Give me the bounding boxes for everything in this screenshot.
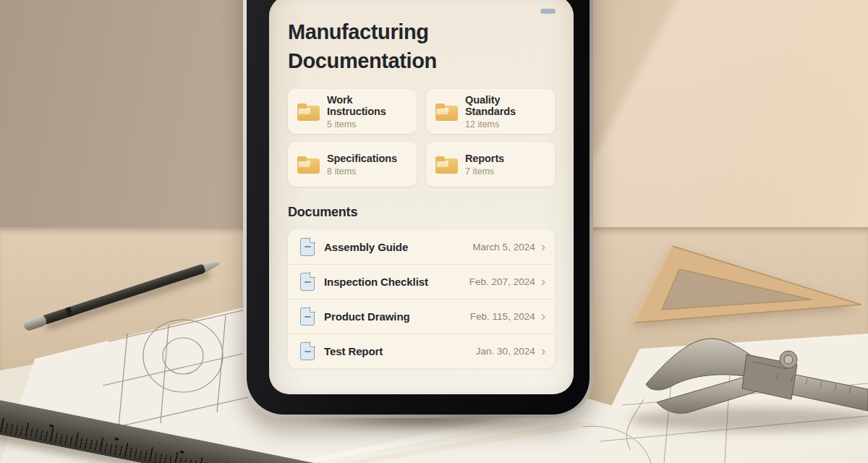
folder-card-reports[interactable]: Reports 7 items	[426, 142, 555, 187]
document-row-test-report[interactable]: Test Report Jan. 30, 2024 ›	[288, 334, 555, 368]
document-row-assembly-guide[interactable]: Assembly Guide March 5, 2024 ›	[288, 229, 555, 264]
folder-icon	[435, 103, 458, 121]
document-date: Jan. 30, 2024	[476, 346, 535, 357]
chevron-right-icon: ›	[541, 309, 545, 323]
document-title: Test Report	[324, 345, 476, 357]
folder-count: 7 items	[465, 166, 504, 177]
app-title: Manufacturing Documentation	[288, 17, 519, 75]
tablet-device: Manufacturing Documentation Work Instruc…	[243, 0, 593, 418]
document-icon	[300, 342, 315, 360]
app-content: Manufacturing Documentation Work Instruc…	[269, 0, 574, 394]
folder-name: Specifications	[327, 153, 397, 164]
folder-name: Reports	[465, 153, 504, 164]
folder-count: 8 items	[327, 166, 397, 177]
chevron-right-icon: ›	[541, 344, 545, 357]
document-icon	[300, 273, 315, 291]
folder-icon	[297, 103, 320, 121]
document-title: Product Drawing	[324, 310, 470, 323]
folder-name: Quality Standards	[465, 94, 549, 117]
pen-ring	[65, 307, 73, 318]
documents-section-header: Documents	[288, 205, 555, 220]
chevron-right-icon: ›	[541, 274, 545, 288]
folder-count: 12 items	[465, 119, 549, 129]
document-title: Inspection Checklist	[324, 276, 469, 288]
folder-name: Work Instructions	[327, 94, 411, 117]
document-icon	[300, 307, 315, 326]
folder-grid: Work Instructions 5 items Quality Standa…	[288, 89, 555, 187]
folder-icon	[435, 156, 458, 174]
folder-card-work-instructions[interactable]: Work Instructions 5 items	[288, 89, 417, 134]
folder-icon	[297, 156, 320, 174]
status-pill	[540, 9, 556, 14]
documents-list: Assembly Guide March 5, 2024 › Inspectio…	[288, 229, 555, 368]
document-date: Feb. 207, 2024	[469, 276, 535, 287]
chevron-right-icon: ›	[541, 239, 545, 253]
set-square-triangle	[634, 246, 861, 327]
document-title: Assembly Guide	[324, 241, 472, 253]
folder-card-specifications[interactable]: Specifications 8 items	[288, 142, 417, 187]
document-row-product-drawing[interactable]: Product Drawing Feb. 115, 2024 ›	[288, 299, 555, 334]
document-row-inspection-checklist[interactable]: Inspection Checklist Feb. 207, 2024 ›	[288, 264, 555, 299]
document-date: Feb. 115, 2024	[470, 311, 535, 322]
folder-card-quality-standards[interactable]: Quality Standards 12 items	[426, 89, 555, 134]
folder-count: 5 items	[327, 119, 411, 129]
tablet-screen: Manufacturing Documentation Work Instruc…	[269, 0, 574, 394]
document-icon	[300, 238, 315, 256]
document-date: March 5, 2024	[472, 242, 535, 252]
